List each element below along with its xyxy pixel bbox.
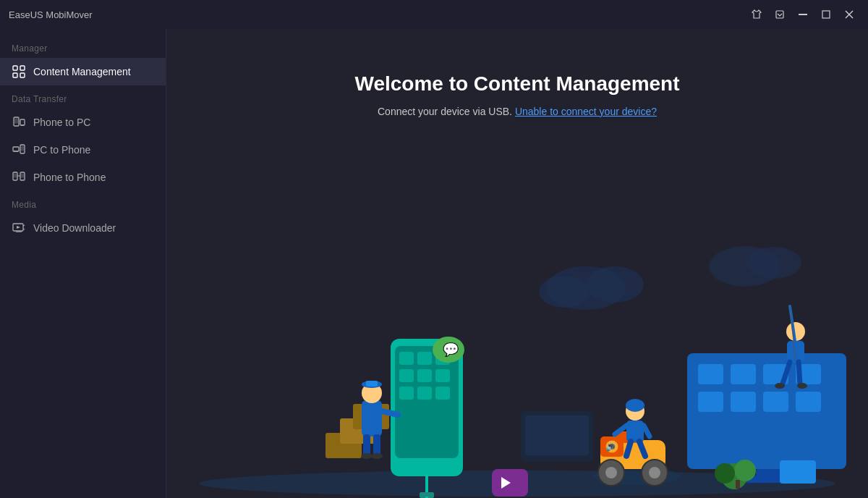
svg-rect-72 [525, 415, 589, 455]
titlebar-left: EaseUS MobiMover [9, 9, 93, 20]
svg-point-100 [797, 383, 807, 389]
svg-point-103 [734, 460, 756, 481]
sidebar-data-transfer-label: Data Transfer [0, 85, 166, 109]
sidebar: Manager Content Management Data Transfer [0, 29, 166, 498]
svg-rect-55 [417, 387, 432, 400]
svg-rect-1 [822, 11, 830, 18]
svg-point-99 [775, 383, 785, 389]
svg-line-23 [23, 225, 25, 226]
svg-rect-7 [20, 73, 25, 77]
svg-rect-12 [13, 147, 19, 151]
svg-point-80 [649, 467, 660, 478]
svg-rect-5 [20, 66, 25, 70]
svg-rect-39 [763, 392, 788, 412]
svg-point-69 [361, 453, 373, 459]
svg-point-78 [605, 467, 617, 478]
welcome-section: Welcome to Content Management Connect yo… [354, 72, 679, 117]
sidebar-item-phone-to-phone[interactable]: Phone to Phone [0, 164, 166, 191]
svg-rect-52 [417, 369, 432, 382]
sidebar-item-pc-to-phone[interactable]: PC to Phone [0, 136, 166, 164]
welcome-subtitle: Connect your device via USB. Unable to c… [354, 106, 679, 117]
close-button[interactable] [839, 4, 859, 25]
svg-rect-88 [626, 421, 644, 442]
svg-rect-37 [698, 392, 723, 412]
svg-point-104 [715, 463, 735, 484]
sidebar-item-label: Phone to PC [33, 117, 90, 128]
svg-text:🔊: 🔊 [605, 441, 616, 452]
svg-rect-62 [362, 400, 382, 436]
video-downloader-icon [12, 221, 26, 235]
svg-line-98 [799, 362, 800, 384]
svg-point-70 [371, 453, 383, 459]
svg-line-66 [382, 411, 398, 415]
shirt-icon-button[interactable] [746, 4, 767, 25]
dropdown-button[interactable] [770, 4, 790, 25]
svg-line-24 [23, 229, 25, 229]
sidebar-item-label: Content Management [33, 66, 131, 77]
svg-rect-56 [435, 387, 450, 400]
svg-rect-0 [776, 11, 783, 18]
svg-marker-22 [17, 226, 20, 229]
svg-point-31 [746, 247, 801, 279]
svg-line-90 [644, 426, 650, 436]
illustration: 💬 [166, 194, 868, 498]
grid-icon [12, 64, 26, 79]
svg-rect-33 [698, 364, 723, 384]
svg-point-29 [539, 276, 590, 308]
svg-rect-51 [399, 369, 414, 382]
svg-rect-101 [780, 460, 816, 484]
sidebar-item-phone-to-pc[interactable]: Phone to PC [0, 109, 166, 136]
svg-text:💬: 💬 [443, 342, 459, 358]
svg-rect-65 [366, 381, 378, 387]
sidebar-item-label: Phone to Phone [33, 172, 106, 183]
svg-point-87 [626, 399, 644, 412]
main-content: Welcome to Content Management Connect yo… [166, 29, 868, 498]
app-body: Manager Content Management Data Transfer [0, 29, 868, 498]
phone-to-pc-icon [12, 115, 26, 130]
svg-rect-40 [796, 392, 821, 412]
svg-rect-105 [736, 480, 740, 489]
svg-rect-19 [21, 174, 24, 178]
unable-link[interactable]: Unable to connect your device? [515, 106, 657, 117]
phone-to-phone-icon [12, 170, 26, 185]
svg-rect-54 [399, 387, 414, 400]
sidebar-media-label: Media [0, 191, 166, 214]
sidebar-manager-label: Manager [0, 35, 166, 58]
svg-rect-4 [13, 66, 17, 70]
svg-rect-10 [20, 119, 25, 125]
connect-text: Connect your device via USB. [378, 106, 512, 117]
svg-rect-53 [435, 369, 450, 382]
titlebar-title: EaseUS MobiMover [9, 9, 93, 20]
sidebar-item-video-downloader[interactable]: Video Downloader [0, 214, 166, 242]
maximize-button[interactable] [816, 4, 836, 25]
svg-rect-49 [417, 352, 432, 365]
svg-rect-17 [14, 174, 17, 178]
titlebar-controls [746, 4, 859, 25]
titlebar: EaseUS MobiMover [0, 0, 868, 29]
svg-rect-15 [21, 146, 24, 151]
sidebar-item-label: PC to Phone [33, 144, 90, 156]
svg-point-28 [586, 266, 644, 303]
svg-rect-67 [363, 434, 370, 456]
svg-rect-38 [731, 392, 756, 412]
svg-rect-6 [13, 73, 17, 77]
sidebar-item-label: Video Downloader [33, 222, 116, 234]
sidebar-item-content-management[interactable]: Content Management [0, 58, 166, 85]
pc-to-phone-icon [12, 143, 26, 157]
svg-rect-34 [731, 364, 756, 384]
welcome-title: Welcome to Content Management [354, 72, 679, 96]
minimize-button[interactable] [793, 4, 813, 25]
svg-rect-68 [373, 434, 380, 456]
svg-rect-48 [399, 352, 414, 365]
svg-rect-9 [14, 119, 18, 124]
